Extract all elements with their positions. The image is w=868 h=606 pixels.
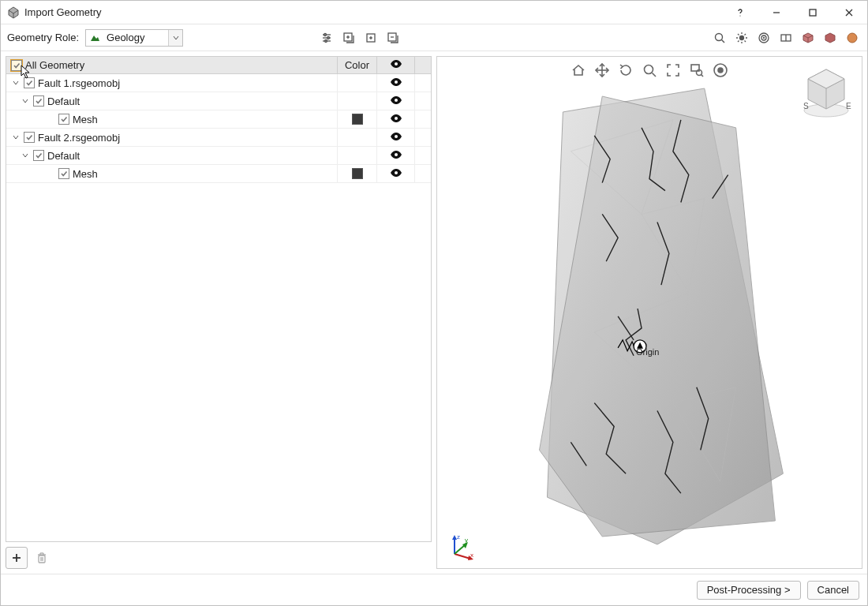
minimize-button[interactable] <box>758 1 795 24</box>
app-icon <box>7 6 20 19</box>
svg-point-49 <box>395 171 398 174</box>
svg-point-48 <box>395 153 398 156</box>
svg-line-23 <box>722 39 725 43</box>
expand-all-icon-button[interactable] <box>340 29 357 47</box>
svg-point-35 <box>764 37 765 38</box>
add-layer-icon-button[interactable] <box>362 29 380 47</box>
svg-line-32 <box>745 34 746 36</box>
viewport-3d[interactable]: Origin S E z <box>436 56 862 569</box>
view-eye-button[interactable] <box>710 60 731 80</box>
geometry-role-combo[interactable]: Geology <box>85 29 183 47</box>
cube-shaded-icon[interactable] <box>799 29 817 47</box>
target-icon-button[interactable] <box>755 29 773 47</box>
post-processing-button[interactable]: Post-Processing > <box>697 581 801 600</box>
fault1-checkbox[interactable] <box>24 77 35 88</box>
visibility-column-header <box>377 57 415 73</box>
svg-point-44 <box>395 80 398 84</box>
light-icon-button[interactable] <box>733 29 750 47</box>
eye-icon[interactable] <box>390 150 402 162</box>
svg-text:z: z <box>457 533 460 541</box>
svg-point-45 <box>395 99 398 102</box>
zoom-icon-button[interactable] <box>711 29 728 47</box>
checkbox[interactable] <box>58 114 69 125</box>
tree-header-row: All Geometry Color <box>6 57 431 74</box>
view-cube[interactable]: S E <box>799 65 854 120</box>
cancel-button[interactable]: Cancel <box>807 581 859 600</box>
collapse-icon[interactable] <box>11 78 21 88</box>
tree-row-fault2-mesh[interactable]: Mesh <box>6 165 431 183</box>
rotate-button[interactable] <box>615 60 636 80</box>
checkbox[interactable] <box>58 168 69 179</box>
color-swatch[interactable] <box>352 168 363 179</box>
all-geometry-label: All Geometry <box>25 59 84 71</box>
checkbox[interactable] <box>33 95 44 107</box>
maximize-button[interactable] <box>795 1 831 24</box>
tree-panel: All Geometry Color <box>6 56 432 569</box>
eye-icon <box>390 59 402 71</box>
eye-icon[interactable] <box>390 95 402 107</box>
delete-button[interactable] <box>31 547 53 569</box>
color-column-header: Color <box>338 57 377 73</box>
collapse-icon[interactable] <box>21 151 30 160</box>
origin-label: Origin <box>636 347 659 357</box>
tree-item-label: Default <box>47 150 80 162</box>
help-button[interactable] <box>722 1 758 24</box>
tree-item-label: Fault 1.rsgeomobj <box>38 77 120 89</box>
eye-icon[interactable] <box>390 132 402 144</box>
svg-line-31 <box>738 40 739 42</box>
zoom-button[interactable] <box>639 60 660 80</box>
settings-icon-button[interactable] <box>318 29 335 47</box>
tree-row-fault2-default[interactable]: Default <box>6 147 431 165</box>
svg-rect-52 <box>39 556 45 563</box>
home-view-button[interactable] <box>568 60 589 80</box>
clip-icon-button[interactable] <box>777 29 795 47</box>
svg-text:y: y <box>465 537 468 544</box>
svg-line-30 <box>745 40 746 42</box>
tree-row-fault1[interactable]: Fault 1.rsgeomobj <box>6 74 431 92</box>
svg-line-62 <box>653 73 657 77</box>
svg-point-46 <box>395 117 398 120</box>
geometry-preview <box>437 57 862 568</box>
fit-button[interactable] <box>663 60 683 80</box>
checkbox[interactable] <box>24 132 35 143</box>
window-title: Import Geometry <box>24 6 102 18</box>
pan-button[interactable] <box>592 60 612 80</box>
tree-row-fault1-default[interactable]: Default <box>6 92 431 110</box>
checkbox[interactable] <box>33 150 44 161</box>
tree-item-label: Default <box>47 95 80 107</box>
cube-solid-icon[interactable] <box>821 29 839 47</box>
svg-line-91 <box>455 554 470 559</box>
svg-point-61 <box>645 65 653 74</box>
tree-row-fault1-mesh[interactable]: Mesh <box>6 110 431 129</box>
zoom-window-button[interactable] <box>687 60 707 80</box>
svg-line-65 <box>702 75 704 77</box>
tree-item-label: Mesh <box>73 168 98 180</box>
compass-e-label: E <box>846 102 851 110</box>
svg-point-2 <box>739 15 740 16</box>
svg-point-67 <box>718 68 723 73</box>
sphere-icon[interactable] <box>844 29 861 47</box>
add-button[interactable] <box>6 547 28 569</box>
main-area: All Geometry Color <box>1 51 867 574</box>
toolbar: Geometry Role: Geology <box>1 24 867 51</box>
eye-icon[interactable] <box>390 168 402 180</box>
viewport-toolbar <box>568 60 731 80</box>
all-geometry-checkbox[interactable] <box>11 60 22 71</box>
eye-icon[interactable] <box>390 77 402 89</box>
color-swatch[interactable] <box>352 114 363 125</box>
titlebar: Import Geometry <box>1 1 867 24</box>
collapse-icon[interactable] <box>21 96 30 106</box>
svg-point-47 <box>395 135 398 138</box>
compass-s-label: S <box>803 102 809 110</box>
close-button[interactable] <box>831 1 867 24</box>
dialog-footer: Post-Processing > Cancel <box>1 574 867 605</box>
collapse-all-icon-button[interactable] <box>384 29 402 47</box>
svg-point-24 <box>740 36 744 39</box>
eye-icon[interactable] <box>390 114 402 125</box>
tree-action-bar <box>6 542 432 569</box>
geometry-role-value: Geology <box>103 32 168 43</box>
tree-row-fault2[interactable]: Fault 2.rsgeomobj <box>6 129 431 147</box>
tree-item-label: Mesh <box>73 114 98 125</box>
geometry-tree: All Geometry Color <box>6 56 432 542</box>
collapse-icon[interactable] <box>11 133 21 142</box>
